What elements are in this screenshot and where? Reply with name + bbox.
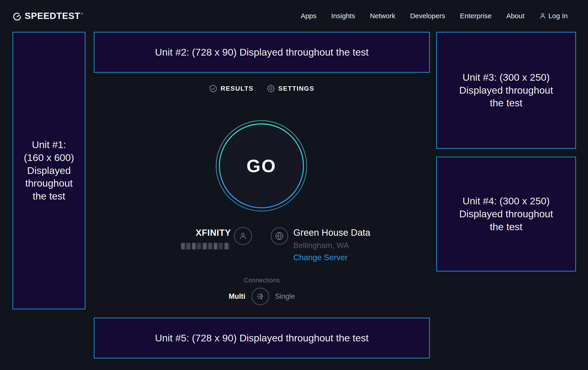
- nav-enterprise[interactable]: Enterprise: [460, 12, 492, 20]
- nav-about[interactable]: About: [506, 12, 524, 20]
- results-settings-tabs: RESULTS SETTINGS: [94, 83, 430, 94]
- top-nav-bar: SPEEDTEST ® Apps Insights Network Develo…: [0, 0, 588, 32]
- check-circle-icon: [209, 85, 217, 92]
- globe-icon: [275, 231, 284, 241]
- tab-results-label: RESULTS: [220, 85, 253, 92]
- nav-network[interactable]: Network: [370, 12, 395, 20]
- go-label: GO: [213, 117, 310, 214]
- ad-unit-5-text: Unit #5: (728 x 90) Displayed throughout…: [155, 332, 368, 345]
- ad-unit-1-text: Unit #1: (160 x 600) Displayed throughou…: [24, 138, 74, 203]
- connections-toggle-row: Multi Single: [94, 288, 430, 305]
- login-label: Log In: [548, 12, 568, 20]
- tab-settings-label: SETTINGS: [278, 85, 314, 92]
- logo-text: SPEEDTEST: [25, 11, 80, 21]
- ad-unit-4-text: Unit #4: (300 x 250) Displayed throughou…: [459, 195, 553, 233]
- server-name: Green House Data: [293, 228, 370, 238]
- ad-unit-5[interactable]: Unit #5: (728 x 90) Displayed throughout…: [94, 318, 430, 359]
- gear-icon: [267, 85, 275, 92]
- server-info: Green House Data Bellingham, WA Change S…: [293, 228, 370, 262]
- speedtest-logo[interactable]: SPEEDTEST ®: [13, 11, 83, 21]
- speedtest-page: SPEEDTEST ® Apps Insights Network Develo…: [0, 0, 588, 370]
- server-badge: [271, 227, 288, 245]
- connections-option-multi[interactable]: Multi: [229, 292, 245, 300]
- change-server-link[interactable]: Change Server: [293, 253, 370, 262]
- isp-detail-redacted: [181, 243, 230, 249]
- multi-connection-icon: [255, 291, 266, 302]
- server-location: Bellingham, WA: [293, 240, 370, 250]
- ad-unit-4[interactable]: Unit #4: (300 x 250) Displayed throughou…: [436, 157, 576, 271]
- connections-label: Connections: [94, 277, 430, 284]
- nav-login[interactable]: Log In: [539, 12, 568, 20]
- connections-toggle[interactable]: [252, 288, 269, 305]
- isp-badge: [234, 227, 252, 245]
- ad-unit-2[interactable]: Unit #2: (728 x 90) Displayed throughout…: [94, 32, 430, 73]
- gauge-icon: [13, 12, 21, 21]
- logo-trademark: ®: [81, 12, 83, 15]
- isp-name: XFINITY: [162, 228, 231, 238]
- tab-results[interactable]: RESULTS: [209, 85, 253, 92]
- ad-unit-3[interactable]: Unit #3: (300 x 250) Displayed throughou…: [436, 32, 576, 149]
- ad-unit-2-text: Unit #2: (728 x 90) Displayed throughout…: [155, 46, 368, 59]
- go-button[interactable]: GO: [213, 117, 310, 214]
- ad-unit-3-text: Unit #3: (300 x 250) Displayed throughou…: [459, 71, 553, 110]
- connections-option-single[interactable]: Single: [275, 292, 295, 300]
- user-icon: [238, 231, 248, 240]
- nav-apps[interactable]: Apps: [301, 12, 316, 20]
- nav-insights[interactable]: Insights: [331, 12, 355, 20]
- ad-unit-1[interactable]: Unit #1: (160 x 600) Displayed throughou…: [12, 32, 85, 309]
- tab-settings[interactable]: SETTINGS: [267, 85, 314, 92]
- nav-developers[interactable]: Developers: [410, 12, 445, 20]
- main-nav: Apps Insights Network Developers Enterpr…: [301, 12, 588, 20]
- user-icon: [539, 12, 546, 19]
